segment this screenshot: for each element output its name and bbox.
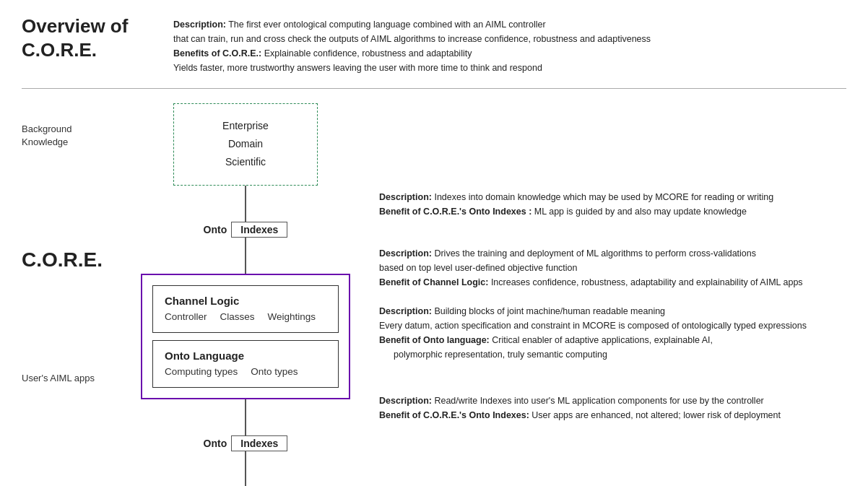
core-label: C.O.R.E. [22,248,103,272]
channel-desc-line1: Description: Drives the training and dep… [379,246,846,261]
vline4 [134,457,357,486]
right-spacer-indexes2 [379,369,846,394]
indexes2-benefit-label: Benefit of C.O.R.E.'s Onto Indexes: [379,410,529,420]
indexes1-benefit-label: Benefit of C.O.R.E.'s Onto Indexes : [379,207,531,217]
left-labels-column: Background Knowledge C.O.R.E. User's AIM… [22,103,134,406]
enterprise-line2: Domain [196,135,295,153]
channel-desc-line2: based on top level user-defined objectiv… [379,261,846,275]
right-spacer-enterprise [379,103,846,168]
channel-logic-title: Channel Logic [165,295,326,307]
onto-word1: Onto [204,224,227,235]
controller-label: Controller [165,311,207,322]
indexes2-benefit-text: User apps are enhanced, not altered; low… [531,410,781,420]
onto-desc-line1: Description: Building blocks of joint ma… [379,304,846,318]
indexes1-desc-block: Description: Indexes into domain knowled… [379,190,846,226]
users-aiml-label-row: User's AIML apps [22,352,134,406]
indexes-word2: Indexes [231,435,287,451]
bg-knowledge-label-row: Background Knowledge [22,103,134,168]
users-aiml-label: User's AIML apps [22,372,95,385]
indexes1-desc-line1: Description: Indexes into domain knowled… [379,190,846,204]
header-description: Description: The first ever ontological … [173,14,651,75]
onto-indexes1-label: Onto Indexes [204,222,288,238]
channel-logic-subtypes: Controller Classes Weightings [165,311,326,322]
channel-benefit-text: Increases confidence, robustness, adapta… [491,277,803,287]
channel-logic-box: Channel Logic Controller Classes Weighti… [152,285,339,333]
vline1 [134,186,357,216]
indexes1-desc-text: Indexes into domain knowledge which may … [434,192,773,202]
indexes1-desc-label: Description: [379,192,432,202]
classes-label: Classes [220,311,255,322]
onto-indexes2-row: Onto Indexes [134,430,357,457]
indexes2-desc-line1: Description: Read/write Indexes into use… [379,394,846,408]
channel-benefit-label: Benefit of Channel Logic: [379,277,488,287]
vline2 [134,243,357,274]
onto-benefit-text: Critical enabler of adaptive application… [492,335,713,345]
indexes2-desc-label: Description: [379,396,432,406]
channel-desc-block: Description: Drives the training and dep… [379,246,846,295]
enterprise-line3: Scientific [196,153,295,171]
core-purple-box: Channel Logic Controller Classes Weighti… [141,274,350,399]
main-diagram: Background Knowledge C.O.R.E. User's AIM… [22,103,846,486]
onto-lang-title: Onto Language [165,350,326,362]
center-column: Enterprise Domain Scientific Onto Indexe… [134,103,357,486]
onto-indexes1-row: Onto Indexes [134,216,357,243]
onto-word2: Onto [204,438,227,449]
onto-language-box: Onto Language Computing types Onto types [152,340,339,388]
onto-desc-block: Description: Building blocks of joint ma… [379,304,846,369]
onto-types-label: Onto types [251,366,298,377]
channel-benefit-line: Benefit of Channel Logic: Increases conf… [379,275,846,290]
computing-types-label: Computing types [165,366,238,377]
benefits-text: Explainable confidence, robustness and a… [264,48,472,58]
indexes1-benefit-line: Benefit of C.O.R.E.'s Onto Indexes : ML … [379,204,846,219]
onto-benefit-line2: polymorphic representation, truly semant… [379,347,846,362]
desc-label: Description: [173,19,226,30]
onto-indexes2-label: Onto Indexes [204,435,288,451]
enterprise-box-wrapper: Enterprise Domain Scientific [134,103,357,186]
indexes2-desc-text: Read/write Indexes into user's ML applic… [434,396,763,406]
channel-desc-text: Drives the training and deployment of ML… [434,248,756,259]
desc-text3: Yields faster, more trustworthy answers … [173,61,651,75]
enterprise-line1: Enterprise [196,117,295,135]
spacer-indexes2 [22,321,134,352]
weightings-label: Weightings [268,311,316,322]
header-section: Overview of C.O.R.E. Description: The fi… [22,14,846,89]
enterprise-box: Enterprise Domain Scientific [173,103,318,186]
spacer-indexes1 [22,168,134,199]
desc-text1: The first ever ontological computing lan… [228,19,545,30]
benefits-label: Benefits of C.O.R.E.: [173,48,261,58]
onto-benefit-label: Benefit of Onto language: [379,335,490,345]
right-desc-column: Description: Indexes into domain knowled… [357,103,846,422]
right-spacer-vline1 [379,168,846,190]
onto-benefit-line1: Benefit of Onto language: Critical enabl… [379,333,846,347]
desc-text2: that can train, run and cross check the … [173,32,651,46]
onto-desc-text: Building blocks of joint machine/human r… [434,306,665,316]
right-spacer-vline2 [379,226,846,246]
onto-lang-subtypes: Computing types Onto types [165,366,326,377]
indexes2-desc-block: Description: Read/write Indexes into use… [379,394,846,422]
right-spacer-channel-onto [379,295,846,304]
core-label-row: C.O.R.E. [22,199,134,321]
bg-knowledge-label: Background Knowledge [22,123,71,149]
channel-desc-label: Description: [379,248,432,259]
onto-desc-line2: Every datum, action specification and co… [379,318,846,333]
indexes-word1: Indexes [231,222,287,238]
overview-title: Overview of C.O.R.E. [22,14,144,61]
onto-desc-label: Description: [379,306,432,316]
indexes2-benefit-line: Benefit of C.O.R.E.'s Onto Indexes: User… [379,408,846,422]
vline3 [134,399,357,430]
indexes1-benefit-text: ML app is guided by and also may update … [534,207,747,217]
